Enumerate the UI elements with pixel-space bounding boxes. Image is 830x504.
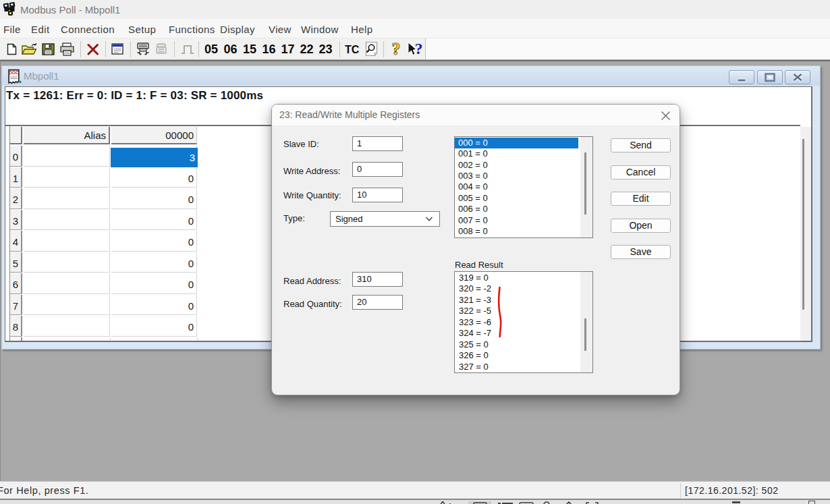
svg-text:DOC: DOC: [9, 70, 19, 75]
svg-text:?: ?: [392, 41, 401, 57]
